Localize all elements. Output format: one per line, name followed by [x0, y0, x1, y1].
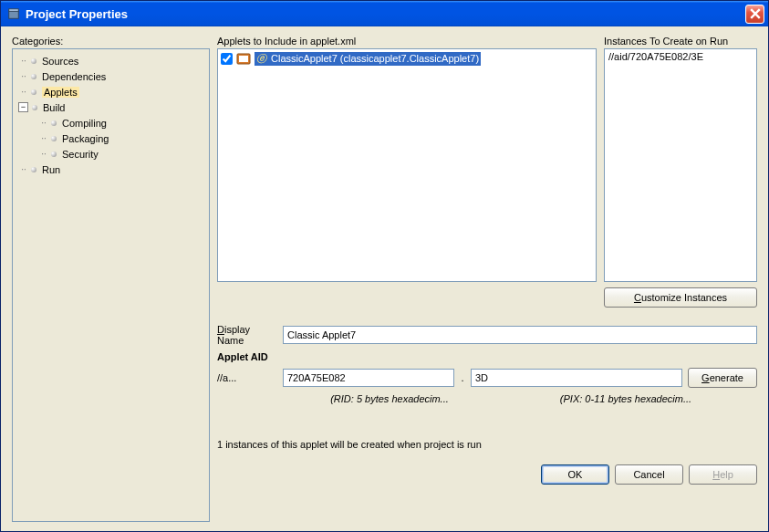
bullet-icon	[31, 58, 36, 64]
tree-item-label: Build	[43, 102, 65, 113]
tree-item-label: Compiling	[62, 118, 107, 129]
bullet-icon	[31, 74, 36, 79]
close-button[interactable]	[745, 5, 764, 24]
display-name-label: Display Name	[217, 324, 277, 346]
applet-selected-text: ⓔ ClassicApplet7 (classicapplet7.Classic…	[255, 52, 481, 66]
rid-hint: (RID: 5 bytes hexadecim...	[285, 393, 494, 404]
tree-item-run[interactable]: ·· Run	[13, 162, 209, 177]
close-icon	[750, 8, 761, 19]
applet-row[interactable]: ⓔ ClassicApplet7 (classicapplet7.Classic…	[218, 49, 596, 68]
display-name-row: Display Name	[217, 324, 757, 346]
tree-item-dependencies[interactable]: ·· Dependencies	[13, 68, 209, 84]
bullet-icon	[31, 89, 36, 95]
applet-aid-row: //a... . Generate	[217, 368, 757, 388]
cancel-button[interactable]: Cancel	[615, 464, 683, 485]
categories-label: Categories:	[12, 36, 210, 47]
help-button[interactable]: Help	[689, 464, 757, 485]
applets-listbox[interactable]: ⓔ ClassicApplet7 (classicapplet7.Classic…	[217, 48, 597, 282]
bullet-icon	[32, 105, 37, 110]
tree-item-label: Dependencies	[42, 71, 106, 82]
applets-column: Applets to Include in applet.xml ⓔ Class…	[217, 36, 597, 282]
tree-item-label: Sources	[42, 56, 78, 67]
svg-rect-1	[9, 9, 19, 12]
instances-column: Instances To Create on Run //aid/720A75E…	[604, 36, 757, 282]
pix-hint: (PIX: 0-11 bytes hexadecim...	[494, 393, 757, 404]
pix-input[interactable]	[471, 369, 682, 387]
rid-input[interactable]	[283, 369, 454, 387]
project-properties-window: Project Properties Categories: ·· Source…	[0, 0, 769, 532]
applet-icon	[236, 51, 251, 66]
right-panel: Applets to Include in applet.xml ⓔ Class…	[217, 36, 757, 522]
app-icon	[6, 6, 21, 21]
applet-aid-label: Applet AID	[217, 351, 268, 362]
applet-name: ClassicApplet7 (classicapplet7.ClassicAp…	[271, 53, 479, 64]
categories-tree[interactable]: ·· Sources ·· Dependencies ·· Applets − …	[12, 48, 210, 522]
tree-item-packaging[interactable]: ·· Packaging	[13, 130, 209, 146]
tree-item-build[interactable]: − Build	[13, 99, 209, 115]
tree-item-sources[interactable]: ·· Sources	[13, 53, 209, 68]
tree-item-applets[interactable]: ·· Applets	[13, 84, 209, 99]
bullet-icon	[51, 151, 57, 157]
class-glyph-icon: ⓔ	[256, 52, 266, 66]
instance-item[interactable]: //aid/720A75E082/3E	[605, 49, 756, 64]
tree-item-label: Security	[62, 149, 99, 160]
tree-item-security[interactable]: ·· Security	[13, 146, 209, 162]
instances-listbox[interactable]: //aid/720A75E082/3E	[604, 48, 757, 282]
customize-instances-button[interactable]: Customize Instances	[604, 287, 757, 308]
customize-row: Customize Instances	[217, 287, 757, 308]
tree-item-compiling[interactable]: ·· Compiling	[13, 115, 209, 130]
bullet-icon	[51, 136, 57, 141]
applet-checkbox[interactable]	[221, 53, 233, 65]
tree-item-label: Applets	[42, 87, 79, 98]
collapse-icon[interactable]: −	[18, 102, 28, 112]
aid-prefix-label: //a...	[217, 372, 277, 383]
aid-separator: .	[460, 372, 465, 383]
tree-item-label: Packaging	[62, 133, 109, 144]
status-text: 1 instances of this applet will be creat…	[217, 439, 757, 450]
instances-label: Instances To Create on Run	[604, 36, 757, 47]
display-name-input[interactable]	[283, 326, 757, 344]
window-title: Project Properties	[26, 7, 745, 21]
tree-item-label: Run	[42, 164, 60, 175]
ok-button[interactable]: OK	[541, 464, 609, 485]
applet-aid-heading-row: Applet AID	[217, 351, 757, 362]
top-lists: Applets to Include in applet.xml ⓔ Class…	[217, 36, 757, 282]
bullet-icon	[31, 167, 36, 172]
content-area: Categories: ·· Sources ·· Dependencies ·…	[1, 26, 768, 531]
categories-section: Categories: ·· Sources ·· Dependencies ·…	[12, 36, 210, 522]
form-area: Display Name Applet AID //a... . Generat…	[217, 324, 757, 404]
svg-rect-3	[239, 56, 248, 62]
dialog-button-row: OK Cancel Help	[217, 464, 757, 485]
titlebar: Project Properties	[1, 1, 768, 26]
aid-hints-row: (RID: 5 bytes hexadecim... (PIX: 0-11 by…	[217, 393, 757, 404]
applets-label: Applets to Include in applet.xml	[217, 36, 597, 47]
bullet-icon	[51, 120, 57, 126]
main-area: Categories: ·· Sources ·· Dependencies ·…	[12, 36, 757, 522]
generate-button[interactable]: Generate	[688, 368, 757, 388]
